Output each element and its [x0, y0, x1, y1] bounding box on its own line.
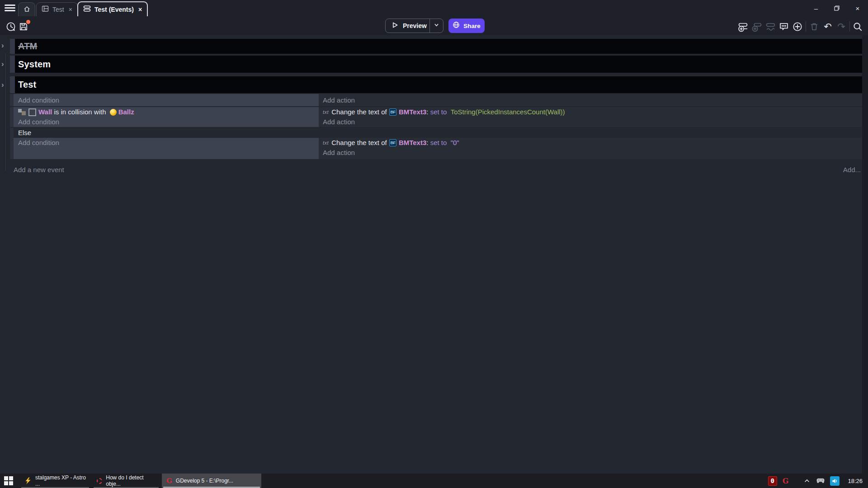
events-footer: Add a new event Add...	[0, 164, 868, 175]
conditions-cell: Add condition	[14, 138, 319, 159]
add-more-button[interactable]: Add...	[843, 164, 861, 175]
toolbar-separator	[849, 21, 850, 32]
events-sheet: › ATM › System › Test Add condition Add …	[0, 35, 868, 474]
drag-handle[interactable]	[10, 39, 15, 54]
object-name: Ballz	[118, 107, 134, 117]
toolbar-separator	[806, 21, 806, 32]
add-subevent-icon[interactable]	[751, 21, 763, 33]
add-other-event-icon[interactable]	[764, 21, 776, 33]
bitmap-text-object-icon: BF	[389, 139, 396, 146]
wall-object-icon	[28, 108, 36, 116]
add-condition-button[interactable]: Add condition	[14, 94, 319, 106]
gdevelop-window: Test × Test (Events) × – ×	[0, 0, 868, 488]
volume-icon[interactable]	[830, 476, 840, 486]
chevron-down-icon	[434, 22, 439, 30]
object-name: BMText3	[399, 107, 426, 117]
action-string-value: "0"	[451, 138, 459, 148]
event-group-system[interactable]: System	[10, 56, 862, 73]
save-icon[interactable]	[18, 21, 29, 33]
gdevelop-tray-icon[interactable]: G	[783, 477, 789, 485]
action-change-text[interactable]: txt Change the text of BF BMText3 : set …	[323, 107, 862, 117]
event-group-atm[interactable]: ATM	[10, 39, 862, 54]
add-circle-icon[interactable]	[792, 21, 803, 33]
close-icon[interactable]: ×	[138, 6, 142, 13]
restore-button[interactable]	[826, 0, 847, 16]
text-action-icon: txt	[323, 107, 329, 117]
add-condition-button[interactable]: Add condition	[14, 117, 319, 127]
tray-counter-icon[interactable]: 0	[768, 476, 777, 486]
globe-icon	[453, 21, 460, 30]
conditions-cell: Wall is in collision with Ballz Add cond…	[14, 107, 319, 127]
lightning-app-icon	[24, 477, 32, 484]
chevron-right-icon[interactable]: ›	[1, 42, 8, 50]
taskbar-item-label: GDevelop 5 - E:\Progr...	[176, 478, 233, 484]
event-row-collision[interactable]: Wall is in collision with Ballz Add cond…	[10, 107, 862, 127]
action-change-text[interactable]: txt Change the text of BF BMText3 : set …	[323, 138, 862, 148]
undo-icon[interactable]: ↶	[822, 21, 834, 33]
tab-events-label: Test (Events)	[94, 6, 134, 13]
add-action-button[interactable]: Add action	[323, 148, 862, 158]
taskbar-item-label: How do I detect obje...	[106, 474, 156, 487]
events-sheet-icon	[83, 5, 91, 14]
chevron-right-icon[interactable]: ›	[1, 61, 8, 68]
tab-events-test[interactable]: Test (Events) ×	[77, 1, 148, 16]
preview-options-button[interactable]	[429, 19, 443, 33]
share-label: Share	[463, 23, 481, 29]
add-comment-icon[interactable]	[778, 21, 790, 33]
add-condition-button[interactable]: Add condition	[14, 138, 319, 148]
chevron-right-icon[interactable]: ›	[1, 82, 8, 89]
event-row-empty[interactable]: Add condition Add action	[10, 94, 862, 106]
taskbar-item-stalgames[interactable]: stalgames XP - Astro ...	[20, 474, 90, 488]
browser-app-icon	[97, 478, 102, 484]
close-icon[interactable]: ×	[69, 6, 72, 13]
search-icon[interactable]	[852, 21, 863, 33]
taskbar-item-browser[interactable]: How do I detect obje...	[92, 474, 160, 488]
add-action-button[interactable]: Add action	[323, 117, 862, 127]
preview-button[interactable]: Preview	[385, 19, 443, 33]
system-tray: 0 G 18:26	[768, 474, 868, 488]
start-button[interactable]	[4, 476, 14, 486]
drag-handle[interactable]	[10, 128, 14, 159]
minimize-button[interactable]: –	[806, 0, 826, 16]
taskbar-clock[interactable]: 18:26	[845, 478, 865, 484]
drag-handle[interactable]	[10, 94, 14, 106]
group-title: System	[18, 59, 51, 70]
add-event-icon[interactable]	[737, 21, 749, 33]
drag-handle[interactable]	[10, 56, 15, 73]
event-group-test[interactable]: Test	[10, 76, 862, 93]
action-operator: set to	[428, 138, 450, 148]
bitmap-text-object-icon: BF	[389, 108, 396, 116]
taskbar-item-gdevelop[interactable]: G GDevelop 5 - E:\Progr...	[162, 474, 261, 488]
condition-collision[interactable]: Wall is in collision with Ballz	[14, 107, 319, 117]
actions-cell: Add action	[319, 94, 862, 106]
event-row-else[interactable]: Else Add condition txt Change the text o…	[10, 128, 862, 159]
tab-home[interactable]	[18, 2, 35, 16]
drag-handle[interactable]	[10, 107, 14, 127]
drag-handle[interactable]	[10, 76, 15, 93]
add-action-button[interactable]: Add action	[323, 94, 862, 106]
else-label[interactable]: Else	[14, 128, 862, 138]
gamepad-tray-icon[interactable]	[816, 477, 825, 485]
events-toolbar: Preview Share	[0, 16, 868, 35]
preview-main[interactable]: Preview	[386, 21, 429, 31]
hamburger-menu-icon[interactable]	[5, 5, 15, 12]
add-new-event-button[interactable]: Add a new event	[14, 164, 64, 175]
action-expression: ToString(PickedInstancesCount(Wall))	[451, 107, 565, 117]
unsaved-changes-badge	[26, 20, 30, 24]
condition-text: is in collision with	[52, 107, 108, 117]
text-action-icon: txt	[323, 138, 329, 148]
share-button[interactable]: Share	[448, 19, 485, 33]
redo-icon[interactable]: ↷	[835, 21, 847, 33]
play-icon	[391, 21, 399, 31]
taskbar-item-label: stalgames XP - Astro ...	[35, 474, 86, 487]
tab-scene-test[interactable]: Test ×	[36, 2, 78, 16]
collision-icon	[18, 108, 26, 116]
history-icon[interactable]	[5, 21, 17, 33]
window-controls: – ×	[806, 0, 868, 16]
delete-icon[interactable]	[808, 21, 820, 33]
group-title: ATM	[18, 41, 37, 52]
preview-label: Preview	[403, 22, 427, 29]
close-window-button[interactable]: ×	[847, 0, 868, 16]
gdevelop-app-icon: G	[166, 477, 172, 485]
chevron-up-icon[interactable]	[803, 477, 811, 485]
